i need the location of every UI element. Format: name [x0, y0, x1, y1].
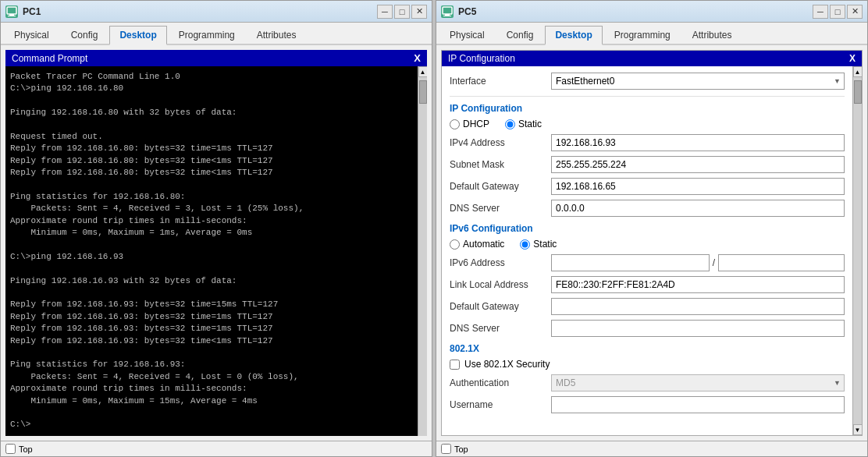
ip-config-close-button[interactable]: X [849, 53, 856, 64]
pc1-icon [5, 5, 18, 18]
cmd-scrollbar: ▲ [418, 66, 427, 436]
ipv6-addr-input[interactable] [551, 254, 710, 271]
username-input[interactable] [551, 396, 845, 413]
pc5-title: PC5 [458, 6, 476, 17]
dns-input[interactable] [551, 200, 845, 217]
auth-select[interactable]: MD5 [551, 374, 845, 391]
pc1-top-checkbox[interactable] [5, 444, 16, 454]
interface-row: Interface FastEthernet0 [450, 73, 845, 97]
pc1-tab-physical[interactable]: Physical [4, 26, 59, 44]
svg-rect-4 [445, 14, 450, 16]
scroll-thumb[interactable] [419, 80, 427, 104]
pc1-content: Command Prompt X Packet Tracer PC Comman… [1, 45, 432, 456]
pc1-minimize-button[interactable]: ─ [377, 5, 393, 19]
pc1-tab-attributes[interactable]: Attributes [247, 26, 307, 44]
static-label: Static [518, 119, 542, 129]
ipv6-dns-row: DNS Server [450, 320, 845, 337]
username-label: Username [450, 399, 551, 410]
ipv6-auto-radio[interactable] [450, 239, 460, 250]
ip-scroll-thumb[interactable] [854, 80, 862, 104]
pc1-titlebar: PC1 ─ □ ✕ [1, 1, 432, 23]
ip-config-section-title: IP Configuration [450, 103, 845, 114]
use-8021x-row: Use 802.1X Security [450, 359, 845, 370]
pc1-close-button[interactable]: ✕ [411, 5, 427, 19]
cmd-titlebar: Command Prompt X [5, 50, 427, 66]
pc1-maximize-button[interactable]: □ [394, 5, 410, 19]
subnet-label: Subnet Mask [450, 159, 551, 170]
pc5-window: PC5 ─ □ ✕ Physical Config Desktop Progra… [436, 0, 868, 457]
ip-config-titlebar: IP Configuration X [442, 51, 862, 66]
ipv6-gateway-input[interactable] [551, 298, 845, 315]
pc1-controls: ─ □ ✕ [377, 5, 427, 19]
pc5-tab-physical[interactable]: Physical [439, 26, 495, 44]
pc5-icon [441, 5, 454, 18]
pc5-tab-desktop[interactable]: Desktop [545, 26, 602, 45]
pc1-top-label: Top [19, 445, 33, 454]
pc1-bottom-bar: Top [1, 441, 432, 456]
pc1-window: PC1 ─ □ ✕ Physical Config Desktop Progra… [0, 0, 432, 457]
ipv6-static-group: Static [520, 239, 557, 250]
ip-config-panel: IP Configuration X Interface FastEtherne… [441, 50, 863, 436]
ipv6-static-radio[interactable] [520, 239, 530, 250]
interface-select[interactable]: FastEthernet0 [551, 73, 845, 90]
pc1-title: PC1 [23, 6, 41, 17]
pc5-tab-programming[interactable]: Programming [604, 26, 681, 44]
pc1-tab-programming[interactable]: Programming [169, 26, 245, 44]
pc5-tab-attributes[interactable]: Attributes [682, 26, 742, 44]
cmd-output[interactable]: Packet Tracer PC Command Line 1.0 C:\>pi… [5, 66, 418, 436]
pc1-tab-desktop[interactable]: Desktop [109, 26, 166, 45]
ip-scroll-up-arrow[interactable]: ▲ [853, 66, 863, 77]
use-8021x-label: Use 802.1X Security [464, 359, 550, 370]
pc1-tabs: Physical Config Desktop Programming Attr… [1, 23, 432, 45]
dhcp-radio[interactable] [450, 119, 460, 129]
pc5-top-label: Top [454, 445, 468, 454]
gateway-label: Default Gateway [450, 181, 551, 192]
auth-row: Authentication MD5 [450, 374, 845, 391]
ipv4-label: IPv4 Address [450, 137, 551, 148]
cmd-close-button[interactable]: X [414, 52, 421, 64]
cmd-container: Command Prompt X Packet Tracer PC Comman… [1, 45, 432, 441]
svg-rect-2 [8, 16, 16, 16]
ipv6-sep: / [710, 257, 718, 268]
ip-config-scrollbar: ▲ ▼ [852, 66, 862, 435]
static-radio[interactable] [505, 119, 515, 129]
link-local-input[interactable] [551, 276, 845, 293]
ipv6-addr-suffix-input[interactable] [718, 254, 845, 271]
pc5-maximize-button[interactable]: □ [830, 5, 845, 19]
auth-label: Authentication [450, 377, 551, 388]
pc1-tab-config[interactable]: Config [61, 26, 108, 44]
ipv6-auto-label: Automatic [463, 239, 504, 250]
pc5-tabs: Physical Config Desktop Programming Attr… [436, 23, 867, 45]
pc5-close-button[interactable]: ✕ [847, 5, 863, 19]
ipv6-static-label: Static [533, 239, 557, 250]
ip-scroll-down-arrow[interactable]: ▼ [853, 424, 863, 435]
pc5-top-checkbox[interactable] [441, 444, 451, 454]
gateway-input[interactable] [551, 178, 845, 195]
pc5-tab-config[interactable]: Config [496, 26, 544, 44]
subnet-input[interactable] [551, 156, 845, 173]
username-row: Username [450, 396, 845, 413]
8021x-section-title: 802.1X [450, 343, 845, 354]
ipv4-input[interactable] [551, 134, 845, 151]
dns-label: DNS Server [450, 203, 551, 214]
scroll-up-arrow[interactable]: ▲ [418, 66, 428, 77]
ip-config-container: IP Configuration X Interface FastEtherne… [436, 45, 867, 441]
gateway-row: Default Gateway [450, 178, 845, 195]
pc5-minimize-button[interactable]: ─ [813, 5, 828, 19]
ip-config-body: Interface FastEthernet0 IP Configuration [442, 66, 852, 435]
interface-select-wrapper: FastEthernet0 [551, 73, 845, 90]
ipv4-row: IPv4 Address [450, 134, 845, 151]
ipv6-addr-label: IPv6 Address [450, 257, 551, 268]
pc5-content: IP Configuration X Interface FastEtherne… [436, 45, 867, 456]
ipv6-auto-group: Automatic [450, 239, 504, 250]
ipv6-dns-input[interactable] [551, 320, 845, 337]
dns-row: DNS Server [450, 200, 845, 217]
static-group: Static [505, 119, 542, 129]
cmd-title: Command Prompt [12, 53, 87, 64]
use-8021x-checkbox[interactable] [450, 360, 460, 370]
dhcp-group: DHCP [450, 119, 489, 129]
svg-rect-0 [7, 7, 16, 14]
ipv6-gateway-label: Default Gateway [450, 301, 551, 312]
svg-rect-5 [443, 16, 451, 16]
ipv6-auto-static-row: Automatic Static [450, 239, 845, 250]
